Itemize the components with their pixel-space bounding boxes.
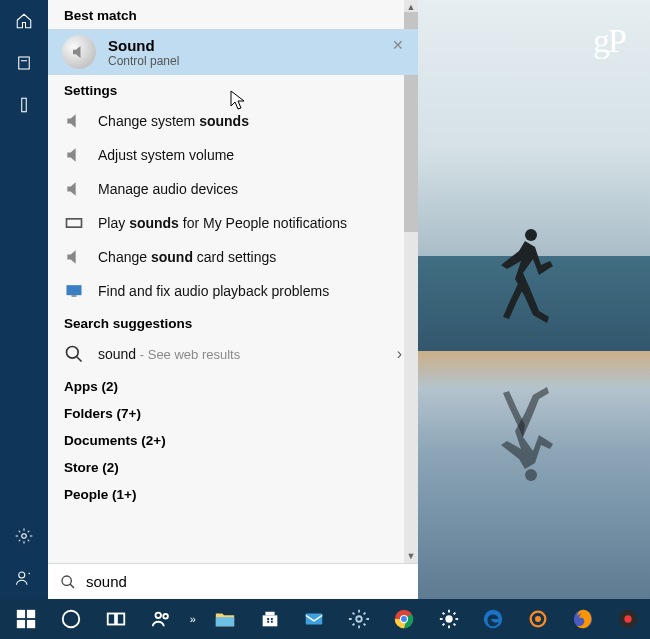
settings-result[interactable]: Manage audio devices: [48, 172, 418, 206]
result-category[interactable]: Documents (2+): [48, 425, 418, 452]
edge-button[interactable]: [471, 599, 516, 639]
taskbar: »: [0, 599, 650, 639]
suggestions-header: Search suggestions: [48, 308, 418, 337]
svg-rect-21: [117, 614, 124, 625]
sidebar-settings-icon[interactable]: [0, 515, 48, 557]
wallpaper-runner-silhouette: [495, 225, 555, 325]
suggestion-term: sound: [98, 346, 136, 362]
groove-button[interactable]: [516, 599, 561, 639]
svg-point-11: [67, 347, 79, 359]
search-icon: [60, 574, 76, 590]
svg-rect-9: [67, 285, 82, 295]
result-category[interactable]: Apps (2): [48, 371, 418, 398]
svg-line-34: [442, 613, 444, 615]
mouse-cursor-icon: [230, 90, 246, 112]
sound-icon: [62, 35, 96, 69]
snagit-button[interactable]: [605, 599, 650, 639]
result-icon: [64, 213, 84, 233]
svg-point-7: [29, 573, 31, 575]
weather-button[interactable]: [426, 599, 471, 639]
search-results-panel: ▲ ▼ Best match Sound Control panel ✕ Set…: [48, 0, 418, 599]
mail-button[interactable]: [292, 599, 337, 639]
result-category[interactable]: People (1+): [48, 479, 418, 506]
svg-point-23: [163, 614, 168, 619]
search-box[interactable]: [48, 563, 418, 599]
svg-rect-4: [22, 98, 27, 112]
result-icon: [64, 281, 84, 301]
settings-result[interactable]: Play sounds for My People notifications: [48, 206, 418, 240]
svg-point-1: [525, 469, 537, 481]
result-category[interactable]: Folders (7+): [48, 398, 418, 425]
best-match-header: Best match: [48, 0, 418, 29]
result-label: Change system sounds: [98, 113, 249, 129]
svg-point-13: [62, 576, 71, 585]
sidebar-feedback-icon[interactable]: [0, 557, 48, 599]
firefox-button[interactable]: [560, 599, 605, 639]
svg-point-0: [525, 229, 537, 241]
settings-result[interactable]: Adjust system volume: [48, 138, 418, 172]
svg-point-29: [445, 615, 452, 622]
search-suggestion[interactable]: sound - See web results ›: [48, 337, 418, 371]
result-icon: [64, 247, 84, 267]
svg-rect-8: [67, 219, 82, 227]
svg-point-43: [624, 615, 631, 622]
svg-rect-17: [17, 620, 25, 628]
svg-point-28: [401, 616, 407, 622]
search-icon: [64, 344, 84, 364]
file-explorer-button[interactable]: [202, 599, 247, 639]
best-match-subtitle: Control panel: [108, 54, 179, 68]
close-icon[interactable]: ✕: [392, 37, 404, 53]
suggestion-hint: - See web results: [136, 347, 240, 362]
store-button[interactable]: [247, 599, 292, 639]
settings-button[interactable]: [337, 599, 382, 639]
settings-result[interactable]: Change sound card settings: [48, 240, 418, 274]
result-icon: [64, 179, 84, 199]
sidebar-home-icon[interactable]: [0, 0, 48, 42]
best-match-title: Sound: [108, 37, 179, 54]
wallpaper-runner-reflection: [495, 385, 555, 485]
start-button[interactable]: [4, 599, 49, 639]
taskbar-overflow-icon[interactable]: »: [183, 613, 202, 625]
watermark: gP: [593, 22, 625, 60]
svg-point-19: [63, 611, 80, 628]
result-label: Find and fix audio playback problems: [98, 283, 329, 299]
result-icon: [64, 111, 84, 131]
svg-line-35: [453, 624, 455, 626]
svg-point-6: [19, 572, 25, 578]
start-sidebar: [0, 0, 48, 599]
svg-line-36: [442, 624, 444, 626]
svg-point-22: [155, 613, 161, 619]
chevron-right-icon: ›: [397, 345, 402, 363]
svg-line-12: [77, 357, 82, 362]
svg-point-25: [356, 616, 362, 622]
chrome-button[interactable]: [381, 599, 426, 639]
results-scrollbar[interactable]: ▲ ▼: [404, 0, 418, 563]
scroll-down-icon[interactable]: ▼: [404, 549, 418, 563]
svg-line-37: [453, 613, 455, 615]
sidebar-device-icon[interactable]: [0, 84, 48, 126]
result-label: Manage audio devices: [98, 181, 238, 197]
task-view-button[interactable]: [94, 599, 139, 639]
svg-point-5: [22, 534, 27, 539]
settings-result[interactable]: Find and fix audio playback problems: [48, 274, 418, 308]
best-match-result[interactable]: Sound Control panel ✕: [48, 29, 418, 75]
result-label: Change sound card settings: [98, 249, 276, 265]
svg-rect-10: [72, 295, 77, 297]
svg-rect-16: [27, 610, 35, 618]
cortana-button[interactable]: [49, 599, 94, 639]
result-category[interactable]: Store (2): [48, 452, 418, 479]
result-icon: [64, 145, 84, 165]
result-label: Play sounds for My People notifications: [98, 215, 347, 231]
sidebar-documents-icon[interactable]: [0, 42, 48, 84]
svg-rect-20: [108, 614, 115, 625]
svg-line-14: [70, 584, 74, 588]
svg-rect-2: [19, 57, 30, 69]
search-input[interactable]: [86, 573, 406, 590]
svg-rect-24: [306, 614, 323, 625]
people-button[interactable]: [138, 599, 183, 639]
svg-rect-15: [17, 610, 25, 618]
svg-rect-18: [27, 620, 35, 628]
result-label: Adjust system volume: [98, 147, 234, 163]
svg-point-40: [536, 617, 540, 621]
